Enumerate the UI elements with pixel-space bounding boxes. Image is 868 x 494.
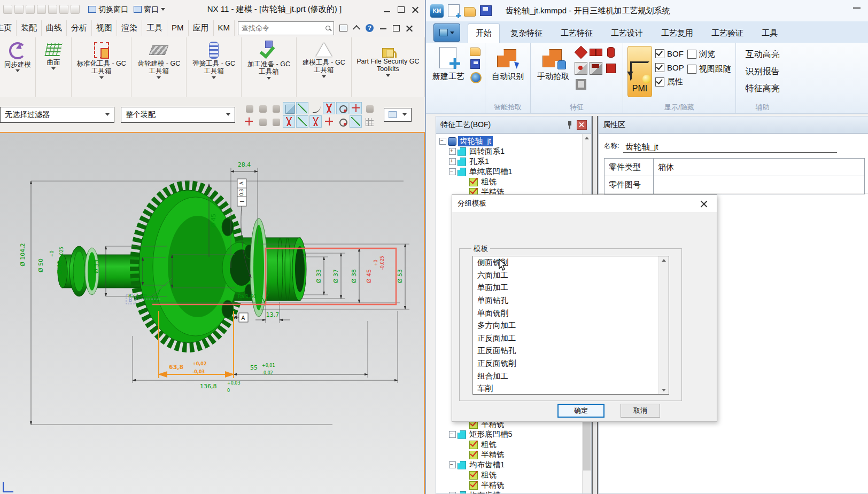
km-ribbon-tab[interactable]: 工具	[754, 24, 785, 43]
snap-icon[interactable]	[296, 115, 308, 128]
template-list-item[interactable]: 单面钻孔	[473, 294, 669, 307]
prop-value[interactable]	[654, 176, 864, 194]
scroll-up-icon[interactable]	[583, 134, 591, 142]
snap-icon[interactable]	[323, 115, 335, 128]
tree-item[interactable]: 孔系1	[437, 156, 591, 167]
nx-menu-tab[interactable]: 渲染	[117, 20, 142, 36]
tree-item[interactable]: 矩形底凹槽5	[437, 429, 582, 440]
nx-ribbon-group-button[interactable]: 加工准备 - GC工具箱	[242, 37, 297, 97]
dropdown-arrow-icon[interactable]	[322, 75, 326, 78]
nx-ribbon-group-button[interactable]: 建模工具 - GC工具箱	[297, 37, 352, 97]
expand-toggle-icon[interactable]	[449, 492, 456, 494]
close-icon[interactable]	[412, 6, 418, 13]
template-list-item[interactable]: 正反面加工	[473, 332, 669, 345]
hole-feature-icon[interactable]	[575, 62, 587, 75]
nx-menu-tab[interactable]: PM	[167, 20, 189, 36]
snap-icon[interactable]	[256, 115, 268, 128]
nx-menu-tab[interactable]: KM	[214, 20, 235, 36]
open-process-icon[interactable]	[470, 46, 480, 57]
km-ribbon-tab[interactable]: 工艺复用	[654, 24, 701, 43]
block-feature-icon[interactable]	[606, 64, 616, 73]
snap-icon[interactable]	[309, 115, 322, 128]
scroll-down-icon[interactable]	[659, 386, 669, 394]
snap-icon[interactable]	[363, 102, 375, 114]
expand-toggle-icon[interactable]	[449, 431, 456, 438]
checkbox-icon[interactable]	[655, 49, 664, 58]
checkbox-row[interactable]: 视图跟随	[687, 64, 731, 74]
nx-ribbon-group-button[interactable]: Part File Security GC Toolkits	[352, 37, 425, 97]
checkbox-icon[interactable]	[687, 65, 696, 74]
tree-item[interactable]: 齿轮轴_jt	[437, 136, 591, 146]
tree-item[interactable]: 半精铣	[437, 450, 582, 460]
boss-feature-icon[interactable]	[590, 49, 602, 56]
child-restore-icon[interactable]	[393, 25, 400, 32]
dialog-titlebar[interactable]: 分组模板	[452, 195, 717, 212]
tree-item[interactable]: 均布齿槽	[437, 490, 582, 494]
nx-ribbon-group-button[interactable]: 齿轮建模 - GC工具箱	[131, 37, 187, 97]
checkbox-icon[interactable]	[687, 50, 696, 59]
snap-icon[interactable]	[243, 102, 255, 114]
tree-item[interactable]: 回转面系1	[437, 146, 591, 156]
snap-icon[interactable]	[256, 102, 268, 114]
prop-value[interactable]: 箱体	[654, 159, 864, 176]
template-list-item[interactable]: 单面铣削	[473, 307, 669, 319]
aux-button[interactable]: 互动高亮	[742, 48, 783, 61]
nx-menu-tab[interactable]: 分析	[67, 20, 92, 36]
snap-icon[interactable]	[296, 102, 308, 114]
command-finder[interactable]	[238, 21, 334, 35]
template-list[interactable]: 侧面铣削六面加工单面加工单面钻孔单面铣削多方向加工正反面加工正反面钻孔正反面铣削…	[472, 256, 669, 395]
open-file-icon[interactable]	[464, 7, 476, 17]
nx-ribbon-group-button[interactable]: 标准化工具 - GC工具箱	[72, 37, 131, 97]
nx-menu-tab[interactable]: 视图	[92, 20, 117, 36]
quick-access-icon[interactable]	[26, 5, 35, 14]
manual-pick-button[interactable]: 手动拾取	[535, 45, 571, 101]
auto-recognize-button[interactable]: 自动识别	[490, 45, 526, 101]
pmi-toggle-button[interactable]: PMI	[627, 46, 652, 97]
dropdown-arrow-icon[interactable]	[386, 74, 390, 77]
nx-ribbon-group-button[interactable]: 曲面	[36, 37, 72, 97]
nx-menu-tab[interactable]: 曲线	[42, 20, 67, 36]
cancel-button[interactable]: 取消	[621, 404, 660, 418]
pocket-feature-icon[interactable]	[590, 62, 602, 75]
dropdown-arrow-icon[interactable]	[157, 76, 161, 79]
frame-feature-icon[interactable]	[576, 79, 586, 90]
pin-icon[interactable]	[567, 121, 572, 129]
checkbox-row[interactable]: BOP	[655, 63, 684, 72]
template-list-item[interactable]: 多方向加工	[473, 319, 669, 332]
quick-access-icon[interactable]	[14, 5, 24, 14]
tree-item[interactable]: 粗铣	[437, 177, 591, 187]
minimize-icon[interactable]	[853, 7, 861, 9]
snap-icon[interactable]	[243, 115, 255, 128]
snap-icon[interactable]	[350, 102, 362, 114]
template-list-scrollbar[interactable]	[658, 256, 669, 394]
snap-icon[interactable]	[283, 102, 295, 114]
expand-toggle-icon[interactable]	[449, 461, 456, 468]
nx-ribbon-group-button[interactable]: 弹簧工具 - GC工具箱	[187, 37, 242, 97]
snap-icon[interactable]	[269, 115, 282, 128]
km-ribbon-tab[interactable]: 工艺特征	[553, 24, 600, 43]
expand-toggle-icon[interactable]	[449, 158, 456, 165]
selection-scope-combo[interactable]: 整个装配	[121, 107, 235, 123]
dialog-close-icon[interactable]	[700, 200, 707, 207]
snap-icon[interactable]	[336, 102, 348, 114]
save-file-icon[interactable]	[480, 5, 492, 16]
nx-menu-tab[interactable]: 主页	[0, 20, 17, 36]
checkbox-icon[interactable]	[655, 63, 664, 72]
panel-close-icon[interactable]	[577, 120, 587, 130]
maximize-icon[interactable]	[398, 6, 405, 13]
window-menu-button[interactable]: 窗口	[134, 5, 165, 14]
dropdown-arrow-icon[interactable]	[267, 77, 271, 80]
quick-access-icon[interactable]	[71, 5, 80, 14]
view-window-dropdown[interactable]	[384, 108, 412, 122]
nx-menu-tab[interactable]: 装配	[17, 20, 42, 36]
dropdown-arrow-icon[interactable]	[212, 76, 216, 79]
template-list-item[interactable]: 正反面铣削	[473, 357, 669, 370]
quick-access-icon[interactable]	[3, 5, 12, 14]
tree-item[interactable]: 粗铣	[437, 470, 582, 480]
snap-icon[interactable]	[323, 102, 335, 114]
save-process-icon[interactable]	[470, 59, 480, 69]
nx-ribbon-group-button[interactable]: 同步建模	[0, 37, 36, 97]
nx-menu-tab[interactable]: 应用	[189, 20, 214, 36]
template-list-item[interactable]: 组合加工	[473, 370, 669, 382]
snap-icon[interactable]	[309, 102, 322, 114]
